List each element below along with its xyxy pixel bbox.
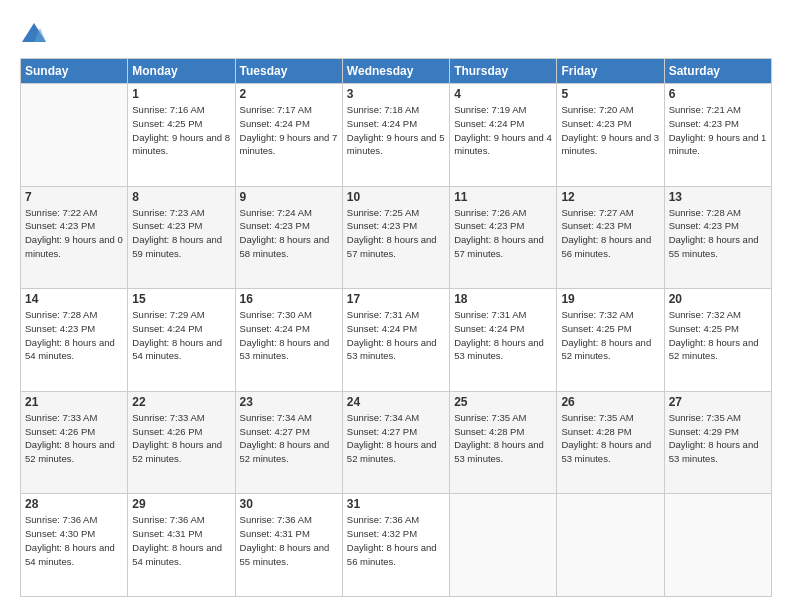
calendar-cell: 11 Sunrise: 7:26 AM Sunset: 4:23 PM Dayl… xyxy=(450,186,557,289)
sunrise-text: Sunrise: 7:35 AM xyxy=(561,412,633,423)
daylight-text: Daylight: 8 hours and 58 minutes. xyxy=(240,234,330,259)
logo xyxy=(20,20,50,48)
calendar-cell: 6 Sunrise: 7:21 AM Sunset: 4:23 PM Dayli… xyxy=(664,84,771,187)
day-number: 13 xyxy=(669,190,767,204)
day-number: 8 xyxy=(132,190,230,204)
sunset-text: Sunset: 4:23 PM xyxy=(454,220,524,231)
day-number: 22 xyxy=(132,395,230,409)
sunset-text: Sunset: 4:24 PM xyxy=(454,118,524,129)
calendar-cell xyxy=(664,494,771,597)
daylight-text: Daylight: 8 hours and 53 minutes. xyxy=(669,439,759,464)
day-info: Sunrise: 7:23 AM Sunset: 4:23 PM Dayligh… xyxy=(132,206,230,261)
day-number: 4 xyxy=(454,87,552,101)
calendar-table: SundayMondayTuesdayWednesdayThursdayFrid… xyxy=(20,58,772,597)
sunset-text: Sunset: 4:23 PM xyxy=(25,220,95,231)
day-info: Sunrise: 7:33 AM Sunset: 4:26 PM Dayligh… xyxy=(25,411,123,466)
sunset-text: Sunset: 4:24 PM xyxy=(454,323,524,334)
sunrise-text: Sunrise: 7:26 AM xyxy=(454,207,526,218)
sunrise-text: Sunrise: 7:32 AM xyxy=(669,309,741,320)
day-number: 5 xyxy=(561,87,659,101)
sunset-text: Sunset: 4:23 PM xyxy=(347,220,417,231)
calendar-cell: 27 Sunrise: 7:35 AM Sunset: 4:29 PM Dayl… xyxy=(664,391,771,494)
daylight-text: Daylight: 8 hours and 56 minutes. xyxy=(561,234,651,259)
sunrise-text: Sunrise: 7:36 AM xyxy=(347,514,419,525)
daylight-text: Daylight: 9 hours and 7 minutes. xyxy=(240,132,338,157)
day-info: Sunrise: 7:36 AM Sunset: 4:32 PM Dayligh… xyxy=(347,513,445,568)
sunset-text: Sunset: 4:23 PM xyxy=(561,220,631,231)
sunset-text: Sunset: 4:25 PM xyxy=(132,118,202,129)
calendar-cell: 15 Sunrise: 7:29 AM Sunset: 4:24 PM Dayl… xyxy=(128,289,235,392)
calendar-cell: 8 Sunrise: 7:23 AM Sunset: 4:23 PM Dayli… xyxy=(128,186,235,289)
sunset-text: Sunset: 4:28 PM xyxy=(561,426,631,437)
sunrise-text: Sunrise: 7:30 AM xyxy=(240,309,312,320)
sunrise-text: Sunrise: 7:17 AM xyxy=(240,104,312,115)
daylight-text: Daylight: 8 hours and 52 minutes. xyxy=(132,439,222,464)
day-info: Sunrise: 7:34 AM Sunset: 4:27 PM Dayligh… xyxy=(240,411,338,466)
calendar-header-tuesday: Tuesday xyxy=(235,59,342,84)
sunset-text: Sunset: 4:23 PM xyxy=(669,220,739,231)
sunrise-text: Sunrise: 7:18 AM xyxy=(347,104,419,115)
daylight-text: Daylight: 8 hours and 54 minutes. xyxy=(25,542,115,567)
sunrise-text: Sunrise: 7:32 AM xyxy=(561,309,633,320)
sunset-text: Sunset: 4:26 PM xyxy=(25,426,95,437)
sunset-text: Sunset: 4:23 PM xyxy=(25,323,95,334)
daylight-text: Daylight: 8 hours and 55 minutes. xyxy=(669,234,759,259)
daylight-text: Daylight: 8 hours and 53 minutes. xyxy=(454,337,544,362)
day-number: 26 xyxy=(561,395,659,409)
calendar-cell: 24 Sunrise: 7:34 AM Sunset: 4:27 PM Dayl… xyxy=(342,391,449,494)
sunset-text: Sunset: 4:28 PM xyxy=(454,426,524,437)
calendar-cell: 26 Sunrise: 7:35 AM Sunset: 4:28 PM Dayl… xyxy=(557,391,664,494)
calendar-cell: 21 Sunrise: 7:33 AM Sunset: 4:26 PM Dayl… xyxy=(21,391,128,494)
calendar-cell: 14 Sunrise: 7:28 AM Sunset: 4:23 PM Dayl… xyxy=(21,289,128,392)
sunrise-text: Sunrise: 7:25 AM xyxy=(347,207,419,218)
sunset-text: Sunset: 4:25 PM xyxy=(561,323,631,334)
daylight-text: Daylight: 8 hours and 53 minutes. xyxy=(240,337,330,362)
calendar-cell: 16 Sunrise: 7:30 AM Sunset: 4:24 PM Dayl… xyxy=(235,289,342,392)
calendar-cell: 3 Sunrise: 7:18 AM Sunset: 4:24 PM Dayli… xyxy=(342,84,449,187)
day-number: 12 xyxy=(561,190,659,204)
day-number: 28 xyxy=(25,497,123,511)
sunset-text: Sunset: 4:24 PM xyxy=(240,323,310,334)
sunrise-text: Sunrise: 7:19 AM xyxy=(454,104,526,115)
day-info: Sunrise: 7:26 AM Sunset: 4:23 PM Dayligh… xyxy=(454,206,552,261)
calendar-cell xyxy=(21,84,128,187)
sunrise-text: Sunrise: 7:31 AM xyxy=(454,309,526,320)
sunset-text: Sunset: 4:30 PM xyxy=(25,528,95,539)
calendar-cell: 31 Sunrise: 7:36 AM Sunset: 4:32 PM Dayl… xyxy=(342,494,449,597)
calendar-week-row: 7 Sunrise: 7:22 AM Sunset: 4:23 PM Dayli… xyxy=(21,186,772,289)
day-info: Sunrise: 7:31 AM Sunset: 4:24 PM Dayligh… xyxy=(454,308,552,363)
calendar-cell: 30 Sunrise: 7:36 AM Sunset: 4:31 PM Dayl… xyxy=(235,494,342,597)
day-info: Sunrise: 7:25 AM Sunset: 4:23 PM Dayligh… xyxy=(347,206,445,261)
day-number: 23 xyxy=(240,395,338,409)
day-info: Sunrise: 7:34 AM Sunset: 4:27 PM Dayligh… xyxy=(347,411,445,466)
day-info: Sunrise: 7:19 AM Sunset: 4:24 PM Dayligh… xyxy=(454,103,552,158)
sunrise-text: Sunrise: 7:34 AM xyxy=(240,412,312,423)
sunset-text: Sunset: 4:23 PM xyxy=(669,118,739,129)
calendar-cell: 17 Sunrise: 7:31 AM Sunset: 4:24 PM Dayl… xyxy=(342,289,449,392)
calendar-cell: 22 Sunrise: 7:33 AM Sunset: 4:26 PM Dayl… xyxy=(128,391,235,494)
calendar-week-row: 1 Sunrise: 7:16 AM Sunset: 4:25 PM Dayli… xyxy=(21,84,772,187)
sunset-text: Sunset: 4:29 PM xyxy=(669,426,739,437)
day-number: 15 xyxy=(132,292,230,306)
sunrise-text: Sunrise: 7:31 AM xyxy=(347,309,419,320)
calendar-cell: 5 Sunrise: 7:20 AM Sunset: 4:23 PM Dayli… xyxy=(557,84,664,187)
sunrise-text: Sunrise: 7:28 AM xyxy=(25,309,97,320)
sunset-text: Sunset: 4:24 PM xyxy=(240,118,310,129)
day-info: Sunrise: 7:21 AM Sunset: 4:23 PM Dayligh… xyxy=(669,103,767,158)
day-info: Sunrise: 7:30 AM Sunset: 4:24 PM Dayligh… xyxy=(240,308,338,363)
calendar-header-saturday: Saturday xyxy=(664,59,771,84)
day-info: Sunrise: 7:29 AM Sunset: 4:24 PM Dayligh… xyxy=(132,308,230,363)
sunrise-text: Sunrise: 7:16 AM xyxy=(132,104,204,115)
day-info: Sunrise: 7:22 AM Sunset: 4:23 PM Dayligh… xyxy=(25,206,123,261)
sunrise-text: Sunrise: 7:24 AM xyxy=(240,207,312,218)
calendar-cell: 2 Sunrise: 7:17 AM Sunset: 4:24 PM Dayli… xyxy=(235,84,342,187)
sunrise-text: Sunrise: 7:35 AM xyxy=(669,412,741,423)
day-number: 7 xyxy=(25,190,123,204)
daylight-text: Daylight: 8 hours and 59 minutes. xyxy=(132,234,222,259)
day-number: 6 xyxy=(669,87,767,101)
sunrise-text: Sunrise: 7:22 AM xyxy=(25,207,97,218)
sunrise-text: Sunrise: 7:21 AM xyxy=(669,104,741,115)
sunrise-text: Sunrise: 7:36 AM xyxy=(25,514,97,525)
calendar-header-sunday: Sunday xyxy=(21,59,128,84)
day-number: 20 xyxy=(669,292,767,306)
